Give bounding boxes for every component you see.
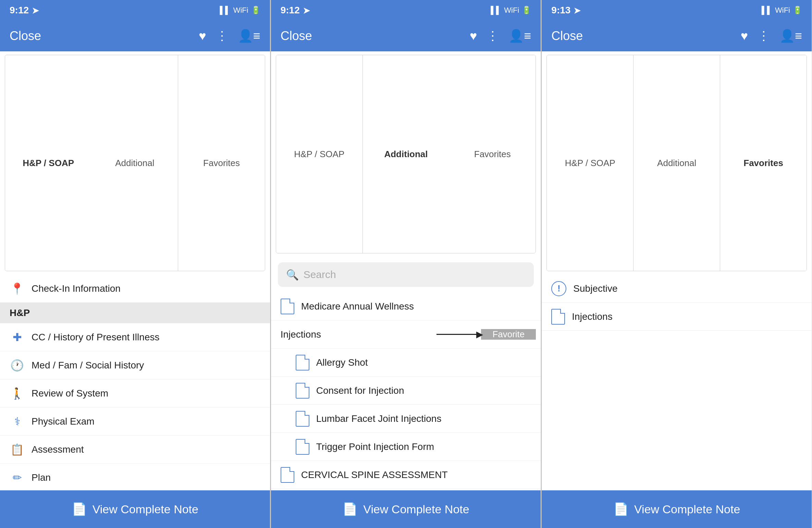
tab-hpsoap-3[interactable]: H&P / SOAP xyxy=(547,55,633,271)
header-3: Close ♥ ⋮ 👤≡ xyxy=(542,21,812,51)
additional-item-consent-injection[interactable]: Consent for Injection xyxy=(271,377,541,405)
list-icon: 📋 xyxy=(10,442,25,457)
favorites-item-injections[interactable]: Injections xyxy=(542,303,812,331)
stethoscope-icon: ⚕ xyxy=(10,414,25,429)
tab-hpsoap-1[interactable]: H&P / SOAP xyxy=(5,55,91,271)
status-time-1: 9:12 xyxy=(10,5,29,16)
tab-additional-2[interactable]: Additional xyxy=(363,55,449,253)
heart-icon-3[interactable]: ♥ xyxy=(741,29,748,43)
pencil-icon-hp: ✏ xyxy=(10,470,25,485)
wifi-icon-2: WiFi xyxy=(504,6,519,15)
footer-1[interactable]: 📄 View Complete Note xyxy=(0,490,270,528)
exclamation-icon: ! xyxy=(551,281,566,296)
additional-item-lumbar[interactable]: Lumbar Facet Joint Injections xyxy=(271,405,541,433)
header-1: Close ♥ ⋮ 👤≡ xyxy=(0,21,270,51)
status-right-3: ▌▌ WiFi 🔋 xyxy=(762,6,802,15)
additional-label-trigger: Trigger Point Injection Form xyxy=(316,441,434,452)
close-button-1[interactable]: Close xyxy=(10,29,41,43)
additional-item-medicare[interactable]: Medicare Annual Wellness xyxy=(271,292,541,320)
tab-favorites-3[interactable]: Favorites xyxy=(720,55,807,271)
hp-item-cc[interactable]: ✚ CC / History of Present Illness xyxy=(0,323,270,351)
signal-icon-2: ▌▌ xyxy=(491,6,501,15)
tab-additional-3[interactable]: Additional xyxy=(633,55,720,271)
search-container[interactable]: 🔍 Search xyxy=(278,262,534,287)
favorites-label-injections: Injections xyxy=(572,311,612,322)
hp-item-plan[interactable]: ✏ Plan xyxy=(0,464,270,490)
close-button-3[interactable]: Close xyxy=(551,29,583,43)
tab-group-1: H&P / SOAP Additional Favorites xyxy=(5,55,265,271)
additional-label-medicare: Medicare Annual Wellness xyxy=(301,301,414,312)
doc-icon-allergy xyxy=(296,355,309,370)
search-icon-2: 🔍 xyxy=(286,269,299,281)
footer-3[interactable]: 📄 View Complete Note xyxy=(542,490,812,528)
more-icon-1[interactable]: ⋮ xyxy=(216,29,228,43)
additional-item-allergy[interactable]: Allergy Shot xyxy=(271,349,541,377)
favorite-button-injections[interactable]: Favorite xyxy=(481,329,536,340)
content-3: ! Subjective Injections xyxy=(542,275,812,490)
user-icon-1[interactable]: 👤≡ xyxy=(238,29,260,43)
footer-label-2: View Complete Note xyxy=(363,503,469,516)
tab-favorites-1[interactable]: Favorites xyxy=(178,55,264,271)
plus-icon: ✚ xyxy=(10,330,25,345)
footer-2[interactable]: 📄 View Complete Note xyxy=(271,490,541,528)
doc-icon-lumbar xyxy=(296,411,309,427)
hp-label-pe: Physical Exam xyxy=(32,416,95,427)
user-icon-2[interactable]: 👤≡ xyxy=(508,29,531,43)
header-icons-1: ♥ ⋮ 👤≡ xyxy=(199,29,260,43)
tab-additional-1[interactable]: Additional xyxy=(91,55,178,271)
checkin-item[interactable]: 📍 Check-In Information xyxy=(0,275,270,303)
injections-section-row[interactable]: Injections ▶ Favorite xyxy=(271,320,541,349)
tab-hpsoap-2[interactable]: H&P / SOAP xyxy=(276,55,363,253)
status-right-1: ▌▌ WiFi 🔋 xyxy=(220,6,260,15)
clock-icon: 🕐 xyxy=(10,358,25,373)
status-time-2: 9:12 xyxy=(281,5,300,16)
location-icon-1: ➤ xyxy=(32,5,39,16)
hp-item-pe[interactable]: ⚕ Physical Exam xyxy=(0,407,270,436)
checkin-label: Check-In Information xyxy=(32,283,121,294)
signal-icon-1: ▌▌ xyxy=(220,6,231,15)
status-bar-3: 9:13 ➤ ▌▌ WiFi 🔋 xyxy=(542,0,812,21)
user-icon-3[interactable]: 👤≡ xyxy=(779,29,802,43)
search-bar: 🔍 Search xyxy=(271,257,541,292)
footer-doc-icon-2: 📄 xyxy=(342,502,358,516)
panel-2: 9:12 ➤ ▌▌ WiFi 🔋 Close ♥ ⋮ 👤≡ H&P / SOAP… xyxy=(271,0,541,528)
footer-doc-icon-1: 📄 xyxy=(72,502,87,516)
hp-item-ros[interactable]: 🚶 Review of System xyxy=(0,379,270,407)
panel-3: 9:13 ➤ ▌▌ WiFi 🔋 Close ♥ ⋮ 👤≡ H&P / SOAP… xyxy=(542,0,812,528)
status-bar-2: 9:12 ➤ ▌▌ WiFi 🔋 xyxy=(271,0,541,21)
hp-item-med[interactable]: 🕐 Med / Fam / Social History xyxy=(0,351,270,379)
more-icon-3[interactable]: ⋮ xyxy=(758,29,770,43)
person-icon: 🚶 xyxy=(10,386,25,401)
additional-label-allergy: Allergy Shot xyxy=(316,357,368,368)
hp-item-assess[interactable]: 📋 Assessment xyxy=(0,436,270,464)
status-time-3: 9:13 xyxy=(551,5,570,16)
close-button-2[interactable]: Close xyxy=(281,29,312,43)
footer-label-1: View Complete Note xyxy=(93,503,198,516)
search-placeholder: Search xyxy=(304,269,336,280)
panel-1: 9:12 ➤ ▌▌ WiFi 🔋 Close ♥ ⋮ 👤≡ H&P / SOAP… xyxy=(0,0,270,528)
footer-doc-icon-3: 📄 xyxy=(613,502,629,516)
heart-icon-2[interactable]: ♥ xyxy=(470,29,477,43)
injections-content: Injections xyxy=(271,329,437,340)
doc-icon-trigger xyxy=(296,439,309,455)
location-icon-2: ➤ xyxy=(303,5,310,16)
content-2: Medicare Annual Wellness Injections ▶ Fa… xyxy=(271,292,541,490)
heart-icon-1[interactable]: ♥ xyxy=(199,29,206,43)
additional-label-lumbar: Lumbar Facet Joint Injections xyxy=(316,413,442,424)
additional-item-trigger[interactable]: Trigger Point Injection Form xyxy=(271,433,541,461)
doc-icon-medicare xyxy=(281,299,294,314)
header-icons-3: ♥ ⋮ 👤≡ xyxy=(741,29,802,43)
tab-favorites-2[interactable]: Favorites xyxy=(449,55,536,253)
additional-item-cervical[interactable]: CERVICAL SPINE ASSESSMENT xyxy=(271,461,541,489)
status-left-1: 9:12 ➤ xyxy=(10,5,39,16)
status-right-2: ▌▌ WiFi 🔋 xyxy=(491,6,531,15)
footer-label-3: View Complete Note xyxy=(634,503,740,516)
signal-icon-3: ▌▌ xyxy=(762,6,772,15)
hp-label-assess: Assessment xyxy=(32,444,84,455)
more-icon-2[interactable]: ⋮ xyxy=(487,29,499,43)
location-icon: 📍 xyxy=(10,281,25,296)
header-icons-2: ♥ ⋮ 👤≡ xyxy=(470,29,531,43)
favorites-item-subjective[interactable]: ! Subjective xyxy=(542,275,812,303)
hp-label-plan: Plan xyxy=(32,472,51,483)
favorites-label-subjective: Subjective xyxy=(573,283,617,294)
